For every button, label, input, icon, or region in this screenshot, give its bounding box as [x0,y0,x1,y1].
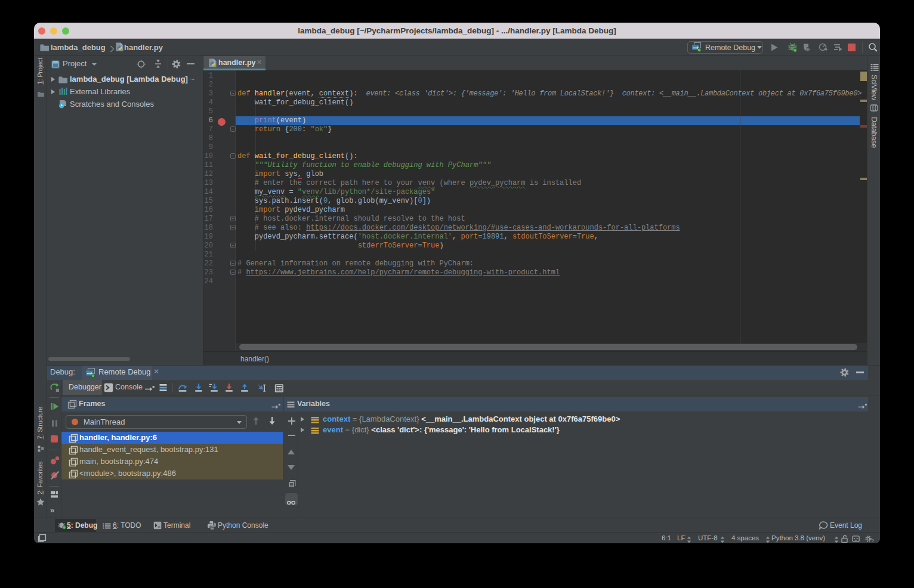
svg-text:?: ? [872,538,875,543]
